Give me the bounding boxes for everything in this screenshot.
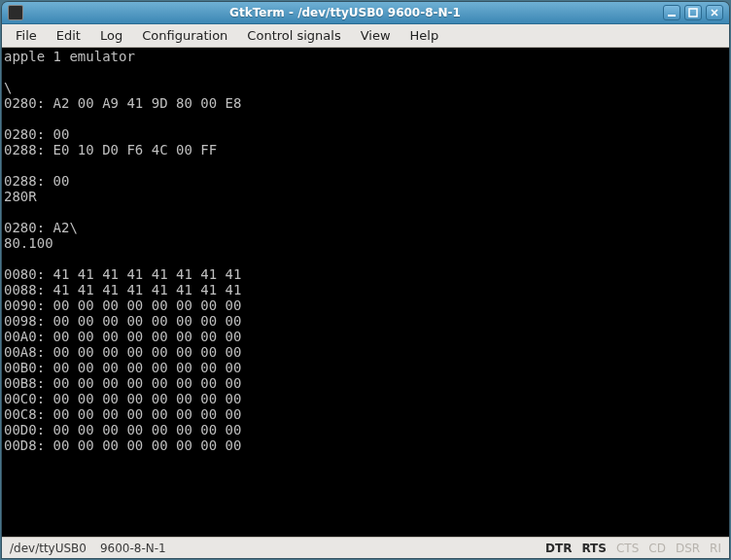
maximize-icon <box>688 8 698 18</box>
menubar: File Edit Log Configuration Control sign… <box>2 24 729 48</box>
close-icon <box>710 8 719 18</box>
signal-cts: CTS <box>616 542 639 555</box>
close-button[interactable] <box>706 5 723 20</box>
signal-rts[interactable]: RTS <box>581 542 607 555</box>
menu-file[interactable]: File <box>6 25 47 46</box>
signal-ri: RI <box>710 542 721 555</box>
menu-help[interactable]: Help <box>400 25 449 46</box>
window-title: GtkTerm - /dev/ttyUSB0 9600-8-N-1 <box>27 6 663 19</box>
status-device: /dev/ttyUSB0 <box>10 542 87 555</box>
app-icon <box>8 5 23 20</box>
window-controls <box>663 5 729 20</box>
signal-dtr[interactable]: DTR <box>545 542 572 555</box>
menu-view[interactable]: View <box>351 25 400 46</box>
statusbar: /dev/ttyUSB0 9600-8-N-1 DTR RTS CTS CD D… <box>2 537 729 558</box>
terminal-output[interactable]: apple 1 emulator \ 0280: A2 00 A9 41 9D … <box>2 48 729 537</box>
svg-rect-1 <box>689 9 697 17</box>
minimize-button[interactable] <box>663 5 680 20</box>
minimize-icon <box>667 8 677 18</box>
svg-rect-0 <box>668 15 676 17</box>
menu-control-signals[interactable]: Control signals <box>237 25 350 46</box>
titlebar[interactable]: GtkTerm - /dev/ttyUSB0 9600-8-N-1 <box>2 2 729 24</box>
app-window: GtkTerm - /dev/ttyUSB0 9600-8-N-1 File E… <box>2 2 729 558</box>
menu-log[interactable]: Log <box>90 25 132 46</box>
status-params: 9600-8-N-1 <box>100 542 166 555</box>
signal-dsr: DSR <box>676 542 700 555</box>
maximize-button[interactable] <box>684 5 702 20</box>
menu-edit[interactable]: Edit <box>47 25 90 46</box>
menu-configuration[interactable]: Configuration <box>132 25 237 46</box>
signal-cd: CD <box>648 542 666 555</box>
